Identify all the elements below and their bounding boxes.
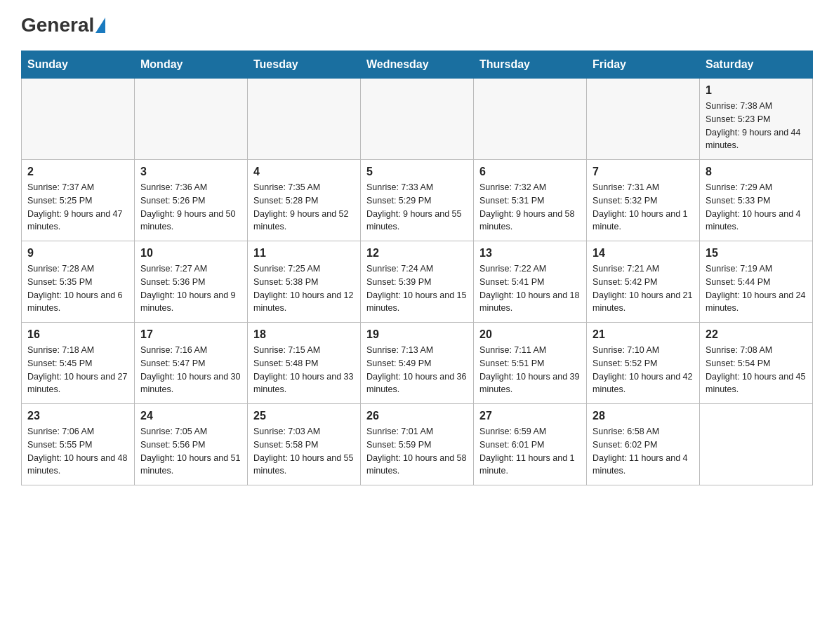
day-number: 14 <box>593 247 694 260</box>
day-number: 24 <box>140 410 241 422</box>
calendar-day-cell <box>700 404 813 485</box>
calendar-week-row: 2Sunrise: 7:37 AM Sunset: 5:25 PM Daylig… <box>22 160 813 241</box>
calendar-table: SundayMondayTuesdayWednesdayThursdayFrid… <box>21 51 813 485</box>
day-info: Sunrise: 7:10 AM Sunset: 5:52 PM Dayligh… <box>593 344 694 396</box>
day-info: Sunrise: 7:08 AM Sunset: 5:54 PM Dayligh… <box>706 344 807 396</box>
day-of-week-header: Thursday <box>474 51 587 79</box>
day-number: 15 <box>706 247 807 260</box>
calendar-week-row: 23Sunrise: 7:06 AM Sunset: 5:55 PM Dayli… <box>22 404 813 485</box>
calendar-week-row: 9Sunrise: 7:28 AM Sunset: 5:35 PM Daylig… <box>22 241 813 323</box>
day-info: Sunrise: 7:18 AM Sunset: 5:45 PM Dayligh… <box>27 344 128 396</box>
calendar-day-cell: 10Sunrise: 7:27 AM Sunset: 5:36 PM Dayli… <box>135 241 248 323</box>
calendar-day-cell: 18Sunrise: 7:15 AM Sunset: 5:48 PM Dayli… <box>248 323 361 404</box>
day-number: 26 <box>366 410 468 422</box>
day-number: 10 <box>140 247 241 260</box>
day-number: 16 <box>27 328 128 341</box>
day-info: Sunrise: 7:27 AM Sunset: 5:36 PM Dayligh… <box>140 262 241 315</box>
day-number: 13 <box>479 247 581 260</box>
day-info: Sunrise: 7:15 AM Sunset: 5:48 PM Dayligh… <box>253 344 355 396</box>
calendar-day-cell: 3Sunrise: 7:36 AM Sunset: 5:26 PM Daylig… <box>135 160 248 241</box>
calendar-day-cell: 13Sunrise: 7:22 AM Sunset: 5:41 PM Dayli… <box>474 241 587 323</box>
day-of-week-header: Wednesday <box>361 51 474 79</box>
day-number: 4 <box>253 166 355 178</box>
day-info: Sunrise: 7:19 AM Sunset: 5:44 PM Dayligh… <box>706 262 807 315</box>
day-of-week-header: Saturday <box>700 51 813 79</box>
day-info: Sunrise: 7:33 AM Sunset: 5:29 PM Dayligh… <box>366 181 468 234</box>
day-number: 1 <box>706 84 807 97</box>
day-number: 17 <box>140 328 241 341</box>
calendar-header-row: SundayMondayTuesdayWednesdayThursdayFrid… <box>22 51 813 79</box>
day-info: Sunrise: 7:32 AM Sunset: 5:31 PM Dayligh… <box>479 181 581 234</box>
day-number: 8 <box>706 166 807 178</box>
day-info: Sunrise: 7:37 AM Sunset: 5:25 PM Dayligh… <box>27 181 128 234</box>
calendar-day-cell: 22Sunrise: 7:08 AM Sunset: 5:54 PM Dayli… <box>700 323 813 404</box>
day-info: Sunrise: 7:31 AM Sunset: 5:32 PM Dayligh… <box>593 181 694 234</box>
calendar-day-cell: 2Sunrise: 7:37 AM Sunset: 5:25 PM Daylig… <box>22 160 135 241</box>
calendar-week-row: 1Sunrise: 7:38 AM Sunset: 5:23 PM Daylig… <box>22 79 813 160</box>
day-number: 19 <box>366 328 468 341</box>
calendar-day-cell <box>135 79 248 160</box>
calendar-day-cell <box>248 79 361 160</box>
day-number: 12 <box>366 247 468 260</box>
calendar-day-cell: 9Sunrise: 7:28 AM Sunset: 5:35 PM Daylig… <box>22 241 135 323</box>
day-number: 7 <box>593 166 694 178</box>
day-info: Sunrise: 7:03 AM Sunset: 5:58 PM Dayligh… <box>253 425 355 478</box>
day-of-week-header: Friday <box>587 51 700 79</box>
calendar-day-cell: 16Sunrise: 7:18 AM Sunset: 5:45 PM Dayli… <box>22 323 135 404</box>
calendar-day-cell: 21Sunrise: 7:10 AM Sunset: 5:52 PM Dayli… <box>587 323 700 404</box>
day-number: 3 <box>140 166 241 178</box>
calendar-day-cell: 12Sunrise: 7:24 AM Sunset: 5:39 PM Dayli… <box>361 241 474 323</box>
day-of-week-header: Tuesday <box>248 51 361 79</box>
calendar-day-cell: 27Sunrise: 6:59 AM Sunset: 6:01 PM Dayli… <box>474 404 587 485</box>
calendar-day-cell <box>22 79 135 160</box>
day-info: Sunrise: 7:16 AM Sunset: 5:47 PM Dayligh… <box>140 344 241 396</box>
calendar-day-cell: 15Sunrise: 7:19 AM Sunset: 5:44 PM Dayli… <box>700 241 813 323</box>
day-info: Sunrise: 7:21 AM Sunset: 5:42 PM Dayligh… <box>593 262 694 315</box>
day-info: Sunrise: 6:58 AM Sunset: 6:02 PM Dayligh… <box>593 425 694 478</box>
day-number: 6 <box>479 166 581 178</box>
day-number: 22 <box>706 328 807 341</box>
day-info: Sunrise: 7:35 AM Sunset: 5:28 PM Dayligh… <box>253 181 355 234</box>
calendar-day-cell: 20Sunrise: 7:11 AM Sunset: 5:51 PM Dayli… <box>474 323 587 404</box>
calendar-day-cell: 6Sunrise: 7:32 AM Sunset: 5:31 PM Daylig… <box>474 160 587 241</box>
day-info: Sunrise: 7:36 AM Sunset: 5:26 PM Dayligh… <box>140 181 241 234</box>
day-info: Sunrise: 7:22 AM Sunset: 5:41 PM Dayligh… <box>479 262 581 315</box>
calendar-day-cell: 5Sunrise: 7:33 AM Sunset: 5:29 PM Daylig… <box>361 160 474 241</box>
day-info: Sunrise: 7:05 AM Sunset: 5:56 PM Dayligh… <box>140 425 241 478</box>
day-number: 23 <box>27 410 128 422</box>
calendar-day-cell: 23Sunrise: 7:06 AM Sunset: 5:55 PM Dayli… <box>22 404 135 485</box>
calendar-day-cell: 1Sunrise: 7:38 AM Sunset: 5:23 PM Daylig… <box>700 79 813 160</box>
calendar-day-cell <box>587 79 700 160</box>
calendar-day-cell <box>361 79 474 160</box>
day-info: Sunrise: 7:25 AM Sunset: 5:38 PM Dayligh… <box>253 262 355 315</box>
day-info: Sunrise: 7:24 AM Sunset: 5:39 PM Dayligh… <box>366 262 468 315</box>
calendar-day-cell: 28Sunrise: 6:58 AM Sunset: 6:02 PM Dayli… <box>587 404 700 485</box>
calendar-day-cell: 7Sunrise: 7:31 AM Sunset: 5:32 PM Daylig… <box>587 160 700 241</box>
day-info: Sunrise: 7:29 AM Sunset: 5:33 PM Dayligh… <box>706 181 807 234</box>
day-number: 27 <box>479 410 581 422</box>
day-info: Sunrise: 7:11 AM Sunset: 5:51 PM Dayligh… <box>479 344 581 396</box>
day-info: Sunrise: 7:13 AM Sunset: 5:49 PM Dayligh… <box>366 344 468 396</box>
day-number: 2 <box>27 166 128 178</box>
calendar-day-cell: 24Sunrise: 7:05 AM Sunset: 5:56 PM Dayli… <box>135 404 248 485</box>
day-info: Sunrise: 7:28 AM Sunset: 5:35 PM Dayligh… <box>27 262 128 315</box>
calendar-day-cell: 25Sunrise: 7:03 AM Sunset: 5:58 PM Dayli… <box>248 404 361 485</box>
calendar-day-cell: 14Sunrise: 7:21 AM Sunset: 5:42 PM Dayli… <box>587 241 700 323</box>
logo-general-text: General <box>21 14 94 36</box>
day-number: 20 <box>479 328 581 341</box>
day-number: 9 <box>27 247 128 260</box>
logo: General <box>21 14 107 36</box>
day-of-week-header: Sunday <box>22 51 135 79</box>
day-number: 11 <box>253 247 355 260</box>
day-info: Sunrise: 7:38 AM Sunset: 5:23 PM Dayligh… <box>706 100 807 152</box>
calendar-day-cell: 26Sunrise: 7:01 AM Sunset: 5:59 PM Dayli… <box>361 404 474 485</box>
page-header: General <box>21 14 813 36</box>
calendar-day-cell: 4Sunrise: 7:35 AM Sunset: 5:28 PM Daylig… <box>248 160 361 241</box>
day-number: 28 <box>593 410 694 422</box>
day-number: 5 <box>366 166 468 178</box>
calendar-day-cell <box>474 79 587 160</box>
day-number: 21 <box>593 328 694 341</box>
day-of-week-header: Monday <box>135 51 248 79</box>
calendar-day-cell: 8Sunrise: 7:29 AM Sunset: 5:33 PM Daylig… <box>700 160 813 241</box>
day-number: 25 <box>253 410 355 422</box>
